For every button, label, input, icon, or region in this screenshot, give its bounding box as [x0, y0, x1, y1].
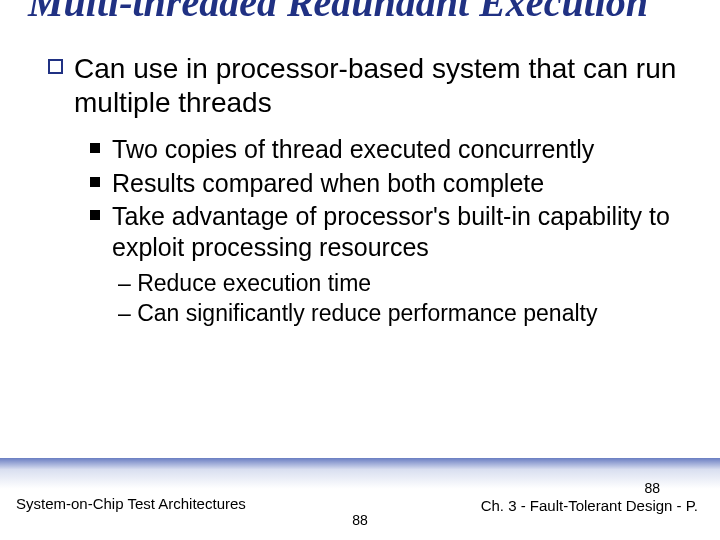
bullet-level3: – Can significantly reduce performance p…	[118, 299, 692, 329]
slide: Multi-threaded Redundant Execution Can u…	[0, 0, 720, 522]
content-area: Can use in processor-based system that c…	[28, 52, 692, 329]
filled-square-icon	[90, 143, 100, 153]
bullet-level3: – Reduce execution time	[118, 269, 692, 299]
bullet-level3-group: – Reduce execution time – Can significan…	[90, 269, 692, 329]
hollow-square-icon	[48, 59, 63, 74]
footer-truncated-number: 88	[352, 512, 368, 528]
filled-square-icon	[90, 177, 100, 187]
filled-square-icon	[90, 210, 100, 220]
bullet-level2: Results compared when both complete	[90, 168, 692, 199]
bullet-level1: Can use in processor-based system that c…	[48, 52, 692, 120]
bullet-level2-text: Results compared when both complete	[112, 169, 544, 197]
bullet-level1-text: Can use in processor-based system that c…	[74, 53, 676, 118]
page-number: 88	[644, 480, 660, 496]
bullet-level2-text: Take advantage of processor's built-in c…	[112, 202, 670, 261]
footer-left-text: System-on-Chip Test Architectures	[16, 495, 246, 512]
bullet-level2-text: Two copies of thread executed concurrent…	[112, 135, 594, 163]
bullet-level2: Two copies of thread executed concurrent…	[90, 134, 692, 165]
bullet-level2-group: Two copies of thread executed concurrent…	[48, 134, 692, 329]
bullet-level2: Take advantage of processor's built-in c…	[90, 201, 692, 264]
slide-title: Multi-threaded Redundant Execution	[28, 0, 692, 24]
footer-bar: System-on-Chip Test Architectures 88 Ch.…	[0, 458, 720, 522]
footer-right-text: Ch. 3 - Fault-Tolerant Design - P.	[481, 497, 698, 514]
